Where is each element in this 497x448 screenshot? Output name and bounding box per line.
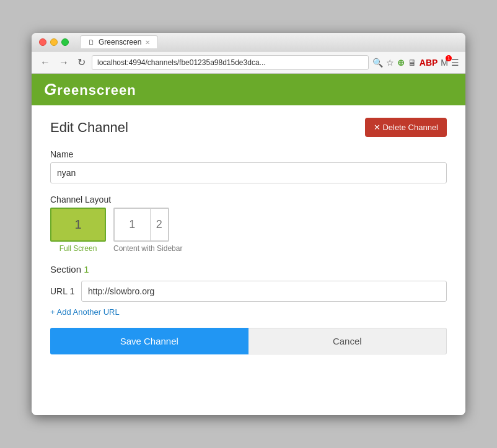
- extension-green-icon[interactable]: ⊕: [397, 58, 405, 68]
- layout-box-sidebar: 1 2: [113, 208, 169, 242]
- url-input[interactable]: [81, 281, 447, 302]
- close-button[interactable]: [39, 38, 46, 46]
- delete-channel-button[interactable]: ✕ Delete Channel: [365, 118, 447, 137]
- url-row: URL 1: [50, 281, 447, 302]
- menu-icon[interactable]: ☰: [451, 58, 459, 68]
- page-header: Edit Channel ✕ Delete Channel: [50, 118, 447, 137]
- gmail-icon[interactable]: M1: [441, 58, 448, 68]
- refresh-button[interactable]: ↻: [75, 55, 88, 69]
- layout-box-fullscreen: 1: [50, 208, 106, 242]
- browser-window: 🗋 Greenscreen ✕ ← → ↻ 🔍 ☆ ⊕ 🖥 ABP M1 ☰ G…: [32, 33, 465, 415]
- address-input[interactable]: [92, 55, 369, 70]
- toolbar-icons: 🔍 ☆ ⊕ 🖥 ABP M1 ☰: [372, 58, 459, 68]
- adblock-icon[interactable]: ABP: [420, 58, 438, 68]
- logo-rest-text: reenscreen: [57, 82, 136, 98]
- logo-g-letter: G: [44, 80, 57, 99]
- channel-layout-label: Channel Layout: [50, 195, 447, 204]
- layout-sidebar-right: 2: [151, 209, 168, 240]
- maximize-button[interactable]: [61, 38, 69, 46]
- layout-sidebar-label: Content with Sidebar: [113, 244, 182, 253]
- layout-options: 1 Full Screen 1 2 Content with Sidebar: [50, 208, 447, 253]
- layout-fullscreen-label: Full Screen: [50, 244, 106, 253]
- browser-tab[interactable]: 🗋 Greenscreen ✕: [80, 35, 158, 48]
- cancel-button[interactable]: Cancel: [248, 328, 447, 354]
- page-title: Edit Channel: [50, 120, 128, 136]
- name-form-group: Name: [50, 149, 447, 183]
- layout-option-sidebar[interactable]: 1 2 Content with Sidebar: [113, 208, 182, 253]
- address-bar: ← → ↻ 🔍 ☆ ⊕ 🖥 ABP M1 ☰: [32, 51, 465, 74]
- bookmark-icon[interactable]: ☆: [386, 58, 394, 68]
- forward-button[interactable]: →: [56, 56, 71, 69]
- layout-cell-1: 1: [74, 217, 81, 232]
- back-button[interactable]: ←: [38, 56, 53, 69]
- section-number: 1: [84, 264, 89, 275]
- url-label: URL 1: [50, 286, 75, 296]
- section-header: Section 1: [50, 264, 447, 275]
- add-another-url-link[interactable]: + Add Another URL: [50, 307, 120, 317]
- app-logo: Greenscreen: [44, 80, 136, 99]
- tab-close-icon[interactable]: ✕: [145, 39, 150, 46]
- name-label: Name: [50, 149, 447, 159]
- search-icon[interactable]: 🔍: [372, 58, 383, 68]
- channel-layout-form-group: Channel Layout 1 Full Screen 1 2 Content…: [50, 195, 447, 253]
- tab-title-label: Greenscreen: [99, 38, 141, 46]
- traffic-lights: [39, 38, 69, 46]
- app-body: Edit Channel ✕ Delete Channel Name Chann…: [32, 105, 465, 415]
- layout-option-fullscreen[interactable]: 1 Full Screen: [50, 208, 106, 253]
- name-input[interactable]: [50, 162, 447, 183]
- layout-sidebar-left: 1: [115, 209, 151, 240]
- monitor-icon[interactable]: 🖥: [408, 58, 416, 68]
- title-bar: 🗋 Greenscreen ✕: [32, 33, 465, 51]
- app-header: Greenscreen: [32, 74, 465, 105]
- button-row: Save Channel Cancel: [50, 328, 447, 354]
- minimize-button[interactable]: [50, 38, 58, 46]
- save-channel-button[interactable]: Save Channel: [50, 328, 248, 354]
- tab-favicon-icon: 🗋: [88, 38, 95, 46]
